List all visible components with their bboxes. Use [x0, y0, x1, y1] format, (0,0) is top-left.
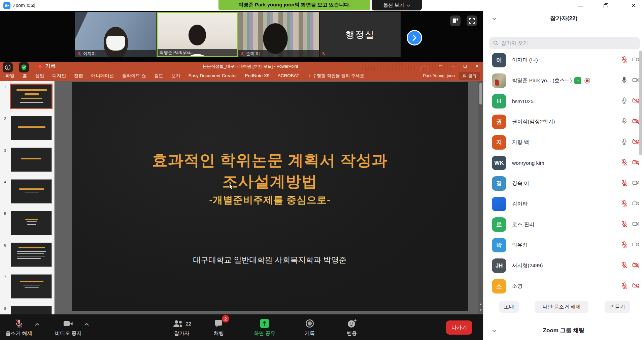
scrollbar-thumb[interactable] — [479, 83, 482, 104]
toolbar-video-caret[interactable] — [84, 321, 89, 327]
tell-me-box[interactable]: ♀ 수행할 작업을 알려 주세요. — [303, 73, 370, 79]
ppt-restore-icon[interactable] — [459, 62, 471, 70]
toolbar-participants-button[interactable]: 22참가자 — [172, 314, 192, 340]
restore-button[interactable] — [599, 0, 612, 11]
ppt-scrollbar[interactable]: ▲ ▼ — [478, 81, 483, 314]
ppt-ribbon-options-icon[interactable]: ▭ — [435, 62, 446, 70]
ppt-close-icon[interactable]: ✕ — [471, 62, 483, 70]
mic-icon[interactable] — [620, 76, 628, 85]
avatar: 지 — [492, 135, 506, 150]
ribbon-tab-acrobat[interactable]: ACROBAT — [274, 71, 303, 81]
slide-thumbnail-7[interactable] — [11, 274, 52, 299]
muted-mic-icon[interactable] — [620, 261, 628, 270]
ribbon-tab-슬라이드-쇼[interactable]: 슬라이드 쇼 — [118, 71, 150, 81]
participant-search-input[interactable]: 참가자 찾기 — [489, 37, 640, 49]
participant-row[interactable]: 로로즈 핀리 — [483, 214, 644, 235]
ribbon-tab-easy-document-creator[interactable]: Easy Document Creator — [184, 71, 241, 81]
camera-off-icon[interactable] — [632, 97, 640, 106]
participant-row[interactable]: 박박유정 — [483, 235, 644, 255]
fullscreen-icon[interactable] — [467, 16, 477, 26]
slide-subtitle: -개별준비주제를 중심으로- — [72, 193, 468, 207]
toolbar-label: 참가자 — [174, 330, 190, 337]
muted-mic-icon[interactable] — [620, 241, 628, 250]
camera-icon[interactable] — [632, 76, 640, 85]
security-shield-icon[interactable] — [19, 62, 29, 72]
toolbar-chat-button[interactable]: 2채팅 — [214, 314, 224, 340]
participants-scrollbar[interactable] — [639, 51, 642, 155]
camera-off-icon[interactable] — [632, 261, 640, 270]
participant-row[interactable]: 경경숙 이 — [483, 173, 644, 194]
muted-mic-icon[interactable] — [620, 158, 628, 167]
participant-row[interactable]: Hhsm1025 — [483, 91, 644, 112]
ppt-minimize-icon[interactable]: — — [447, 62, 459, 70]
ribbon-tab-애니메이션[interactable]: 애니메이션 — [87, 71, 118, 81]
gallery-view-icon[interactable] — [450, 16, 461, 26]
muted-mic-icon[interactable] — [620, 220, 628, 229]
muted-mic-icon[interactable] — [620, 56, 628, 65]
muted-mic-icon[interactable] — [620, 199, 628, 209]
camera-icon[interactable] — [632, 220, 640, 229]
minimize-button[interactable]: — — [574, 0, 587, 11]
video-tile-1[interactable]: 이지미 — [75, 12, 156, 57]
participant-av-icons — [620, 276, 640, 297]
participant-row[interactable]: 이이지미 (나) — [483, 50, 644, 70]
participant-row[interactable]: 권권이삭(임상2학기) — [483, 112, 644, 132]
video-tile-3[interactable]: 순미 이 — [238, 12, 319, 57]
slide-thumbnail-1[interactable] — [11, 84, 52, 109]
camera-off-icon[interactable] — [632, 282, 640, 291]
participant-row[interactable]: 박영준 Park yo... (호스트)↑ — [483, 70, 644, 91]
prev-slide-icon[interactable]: ▲ — [478, 303, 483, 306]
unmute-me-button[interactable]: 나만 음소거 해제 — [535, 301, 588, 313]
muted-mic-icon[interactable] — [620, 282, 628, 291]
next-videos-button[interactable] — [407, 30, 422, 45]
zoom-logo-icon — [3, 2, 10, 9]
leave-meeting-button[interactable]: 나가기 — [446, 320, 472, 335]
toolbar-mute-button[interactable]: 음소거 해제 — [5, 314, 32, 340]
view-options-button[interactable]: 옵션 보기 — [372, 0, 422, 10]
toolbar-reactions-button[interactable]: 반응 — [346, 314, 357, 340]
mic-icon[interactable] — [620, 138, 628, 147]
slide-thumbnail-3[interactable] — [11, 148, 52, 172]
camera-icon[interactable] — [632, 179, 640, 188]
camera-off-icon[interactable] — [632, 158, 640, 167]
participant-row[interactable]: JH서지형(2499) — [483, 255, 644, 276]
slide-thumbnail-8[interactable] — [11, 306, 52, 314]
participant-av-icons — [620, 255, 640, 276]
close-button[interactable]: ✕ — [627, 0, 640, 11]
participant-row[interactable]: WKwonryong kim — [483, 153, 644, 173]
toolbar-record-button[interactable]: 기록 — [305, 314, 315, 340]
toolbar-share-button[interactable]: 화면 공유 — [254, 314, 275, 340]
slide-thumbnail-5[interactable] — [11, 211, 52, 235]
camera-icon[interactable] — [632, 56, 640, 65]
invite-button[interactable]: 초대 — [499, 301, 519, 313]
slide-thumbnail-2[interactable] — [11, 116, 52, 140]
toolbar-video-button[interactable]: 비디오 중지 — [55, 314, 81, 340]
tile-label — [319, 50, 401, 57]
ribbon-tab-전환[interactable]: 전환 — [70, 71, 87, 81]
ribbon-tab-삽입[interactable]: 삽입 — [31, 71, 48, 81]
mic-icon[interactable] — [620, 117, 628, 126]
video-tile-2[interactable]: 박영준 Park you... — [157, 12, 238, 57]
camera-icon[interactable] — [632, 199, 640, 209]
camera-icon[interactable] — [632, 241, 640, 250]
ribbon-tab-endnote-x9[interactable]: EndNote X9 — [241, 71, 274, 81]
ppt-share-button[interactable]: 공유 — [459, 72, 480, 80]
slide-thumbnail-6[interactable] — [11, 243, 52, 267]
toolbar-mute-caret[interactable] — [35, 321, 40, 327]
raise-hand-button[interactable]: 손들기 — [605, 301, 630, 313]
participant-row[interactable]: 지지향 백 — [483, 132, 644, 153]
participant-row[interactable]: 소소영 — [483, 276, 644, 297]
camera-off-icon[interactable] — [632, 138, 640, 147]
ribbon-tab-보기[interactable]: 보기 — [167, 71, 184, 81]
video-strip: 이지미박영준 Park you...순미 이행정실 — [0, 11, 483, 58]
video-tile-4[interactable]: 행정실 — [319, 12, 401, 57]
participant-row[interactable]: 김미라 — [483, 194, 644, 214]
slide-thumbnail-4[interactable] — [11, 179, 52, 204]
next-slide-icon[interactable]: ▼ — [478, 309, 483, 312]
meeting-info-icon[interactable] — [3, 62, 13, 72]
camera-off-icon[interactable] — [632, 117, 640, 126]
muted-mic-icon[interactable] — [620, 179, 628, 188]
ribbon-tab-디자인[interactable]: 디자인 — [48, 71, 70, 81]
ribbon-tab-검토[interactable]: 검토 — [150, 71, 167, 81]
mic-icon[interactable] — [620, 97, 628, 106]
